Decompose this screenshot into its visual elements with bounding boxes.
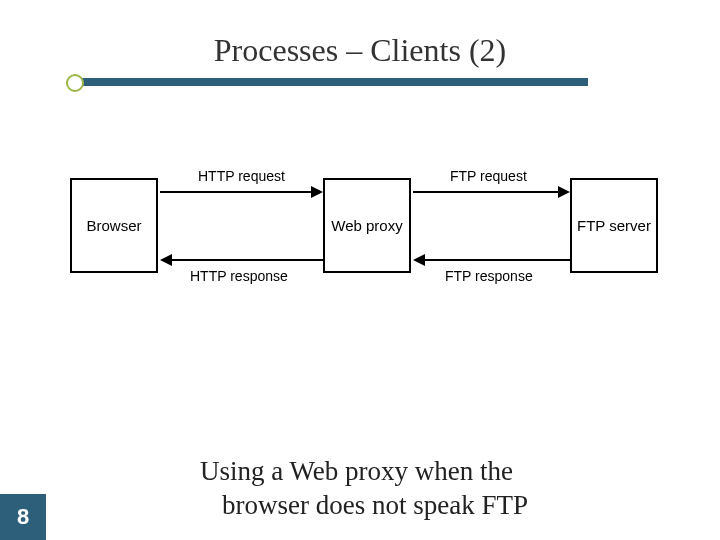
slide-title: Processes – Clients (2) — [0, 32, 720, 69]
arrow-http-response-line — [172, 259, 323, 261]
box-browser: Browser — [70, 178, 158, 273]
label-ftp-request: FTP request — [450, 168, 527, 184]
bullet-icon — [66, 74, 84, 92]
slide-number: 8 — [0, 494, 46, 540]
box-ftp-server: FTP server — [570, 178, 658, 273]
title-underline — [78, 78, 588, 86]
box-web-proxy: Web proxy — [323, 178, 411, 273]
caption-line-1: Using a Web proxy when the — [200, 456, 513, 486]
label-ftp-response: FTP response — [445, 268, 533, 284]
label-http-response: HTTP response — [190, 268, 288, 284]
arrow-http-request-head-icon — [311, 186, 323, 198]
arrow-ftp-request-head-icon — [558, 186, 570, 198]
arrow-http-request-line — [160, 191, 311, 193]
proxy-diagram: Browser Web proxy FTP server HTTP reques… — [70, 160, 660, 310]
caption-line-2: browser does not speak FTP — [200, 489, 640, 523]
arrow-http-response-head-icon — [160, 254, 172, 266]
arrow-ftp-response-head-icon — [413, 254, 425, 266]
arrow-ftp-response-line — [425, 259, 570, 261]
label-http-request: HTTP request — [198, 168, 285, 184]
arrow-ftp-request-line — [413, 191, 558, 193]
slide-caption: Using a Web proxy when the browser does … — [200, 455, 640, 523]
